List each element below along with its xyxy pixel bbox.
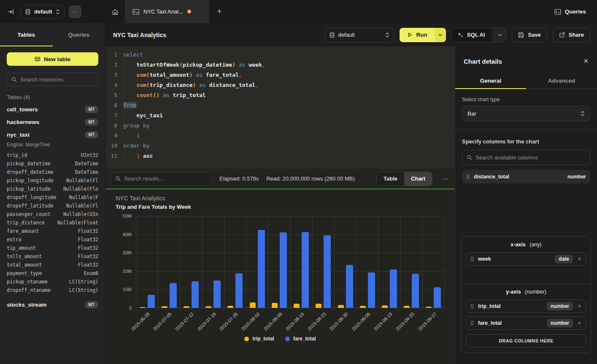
tab-advanced[interactable]: Advanced: [526, 73, 597, 89]
y-axis-label: y-axis: [506, 289, 521, 295]
legend-item[interactable]: trip_total: [244, 336, 274, 342]
line-number: 7: [105, 111, 117, 121]
column-row[interactable]: total_amount Float32: [7, 261, 98, 269]
tab-title: NYC Taxi Anal...: [143, 8, 183, 15]
sidebar-item-cell-towers[interactable]: cell_towers MT: [7, 106, 98, 113]
bar-fare_total: [258, 230, 265, 308]
view-table-button[interactable]: Table: [377, 172, 404, 186]
column-row[interactable]: extra Float32: [7, 235, 98, 244]
engine-badge: MT: [85, 131, 98, 138]
home-button[interactable]: [105, 0, 125, 23]
legend-item[interactable]: fare_total: [285, 336, 316, 342]
results-more-button[interactable]: ⋯: [440, 175, 450, 183]
code-line[interactable]: 5 count() as trip_total: [105, 90, 455, 100]
updown-chevron-icon: [385, 32, 389, 38]
new-table-button[interactable]: New table: [7, 52, 98, 66]
tab-nyc-taxi-analytics[interactable]: NYC Taxi Anal...: [125, 0, 209, 23]
drop-zone[interactable]: DRAG COLUMNS HERE: [466, 334, 586, 348]
sql-ai-button[interactable]: SQL AI: [452, 28, 491, 42]
code-line[interactable]: 2 toStartOfWeek(pickup_datetime) as week…: [105, 60, 455, 70]
sidebar-tab-tables[interactable]: Tables: [0, 23, 53, 46]
run-database-value: default: [338, 32, 382, 38]
search-icon: [467, 155, 472, 160]
view-chart-button[interactable]: Chart: [404, 172, 432, 186]
home-icon: [112, 8, 119, 15]
sidebar-search-input[interactable]: [20, 76, 95, 83]
queries-icon: [554, 9, 561, 15]
column-chip-fare_total[interactable]: fare_total number ×: [466, 316, 586, 330]
column-row[interactable]: pickup_ntaname LC(String): [7, 278, 98, 286]
sidebar-item-nyc-taxi[interactable]: nyc_taxi MT: [7, 131, 98, 138]
column-row[interactable]: pickup_latitude Nullable(Flo: [7, 185, 98, 193]
database-selector[interactable]: default: [20, 5, 65, 19]
column-row[interactable]: dropoff_latitude Nullable(Fl: [7, 202, 98, 210]
collapse-sidebar-button[interactable]: [6, 7, 16, 17]
engine-badge: MT: [85, 301, 98, 308]
drag-handle-icon: [470, 321, 474, 326]
sidebar-item-stocks-stream[interactable]: stocks_stream MT: [7, 301, 98, 308]
sidebar-tab-queries[interactable]: Queries: [53, 23, 105, 46]
run-database-selector[interactable]: default: [324, 28, 394, 42]
column-chip-week[interactable]: week date ×: [466, 252, 586, 266]
chart-plot: [136, 216, 445, 308]
elapsed-stat: Elapsed: 0.579s: [219, 175, 259, 182]
chart-column: [136, 216, 158, 308]
column-chip-distance_total[interactable]: distance_total number: [462, 170, 590, 183]
column-row[interactable]: dropoff_ntaname LC(String): [7, 286, 98, 294]
column-row[interactable]: fare_amount Float32: [7, 227, 98, 235]
column-row[interactable]: passenger_count Nullable(UIn: [7, 210, 98, 218]
column-chip-trip_total[interactable]: trip_total number ×: [466, 299, 586, 313]
code-line[interactable]: 4 sum(trip_distance) as distance_total,: [105, 80, 455, 90]
code-line[interactable]: 9 1: [105, 131, 455, 141]
engine-badge: MT: [85, 119, 98, 126]
columns-search-input[interactable]: [475, 154, 586, 161]
queries-button[interactable]: Queries: [554, 8, 586, 15]
x-tick-label: 2015-06-28: [130, 311, 150, 332]
column-row[interactable]: trip_distance Nullable(Float: [7, 218, 98, 227]
column-row[interactable]: dropoff_datetime DateTime: [7, 168, 98, 176]
remove-icon[interactable]: ×: [577, 320, 582, 326]
code-line[interactable]: 10 order by: [105, 141, 455, 151]
remove-icon[interactable]: ×: [577, 256, 582, 262]
sidebar-item-hackernews[interactable]: hackernews MT: [7, 119, 98, 126]
save-button[interactable]: Save: [512, 28, 547, 42]
chart-type-select[interactable]: Bar: [462, 106, 590, 121]
database-icon: [25, 9, 31, 15]
code-line[interactable]: 1 select: [105, 50, 455, 60]
bar-fare_total: [213, 280, 221, 308]
column-row[interactable]: tolls_amount Float32: [7, 252, 98, 261]
code-line[interactable]: 7 nyc_taxi: [105, 111, 455, 121]
column-row[interactable]: dropoff_longitude Nullable(F: [7, 193, 98, 202]
tab-general[interactable]: General: [455, 73, 526, 89]
column-row[interactable]: payment_type Enum8: [7, 269, 98, 278]
sql-editor[interactable]: 1 select 2 toStartOfWeek(pickup_datetime…: [105, 46, 455, 169]
y-axis-section: y-axis (number) trip_total number × fare…: [462, 283, 591, 353]
search-icon: [11, 77, 17, 82]
main-header: NYC Taxi Analytics default Run: [105, 23, 597, 46]
y-tick-label: 40M: [123, 232, 132, 237]
results-search-input[interactable]: [124, 175, 207, 182]
line-number: 8: [105, 121, 117, 131]
share-button[interactable]: Share: [553, 28, 590, 42]
sql-ai-options-button[interactable]: [494, 28, 506, 42]
panel-title: Chart details: [464, 58, 502, 65]
column-row[interactable]: tip_amount Float32: [7, 244, 98, 252]
y-axis-hint: (number): [525, 289, 546, 295]
database-more-button[interactable]: ⋯: [69, 5, 81, 18]
code-line[interactable]: 8 group by: [105, 121, 455, 131]
code-line[interactable]: 3 sum(total_amount) as fare_total,: [105, 70, 455, 80]
run-options-button[interactable]: [435, 28, 446, 42]
column-row[interactable]: pickup_datetime DateTime: [7, 159, 98, 168]
column-row[interactable]: pickup_longitude Nullable(Fl: [7, 176, 98, 185]
line-number: 6: [105, 100, 117, 111]
x-axis-items: week date ×: [466, 252, 586, 266]
close-icon[interactable]: ✕: [583, 57, 589, 65]
column-row[interactable]: trip_id UInt32: [7, 151, 98, 159]
code-line[interactable]: 11 1 asc: [105, 151, 455, 161]
run-button[interactable]: Run: [400, 28, 435, 42]
search-icon: [115, 176, 121, 181]
code-line[interactable]: 6 from: [105, 100, 455, 111]
remove-icon[interactable]: ×: [577, 303, 582, 309]
new-tab-button[interactable]: +: [209, 0, 230, 23]
type-badge: date: [555, 255, 573, 263]
